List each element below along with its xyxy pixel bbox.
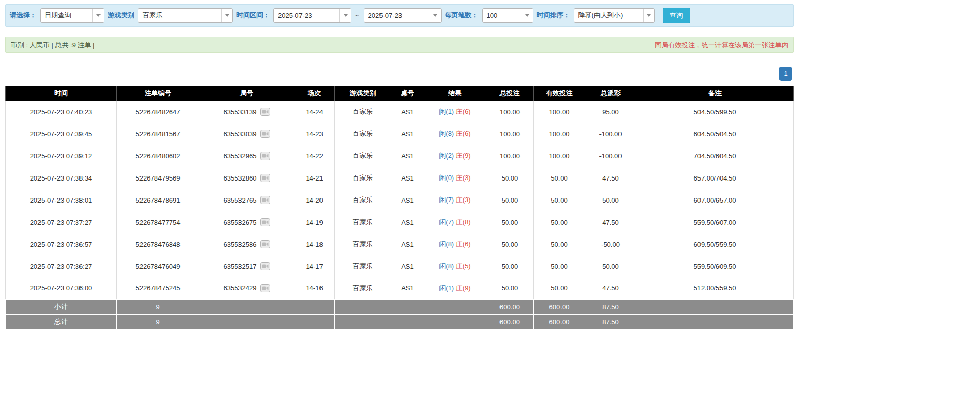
page-1-button[interactable]: 1 <box>779 67 792 81</box>
video-replay-icon[interactable] <box>260 196 270 204</box>
cell-valid-bet: 50.00 <box>534 255 585 277</box>
query-type-dropdown[interactable]: 日期查询 <box>40 8 104 23</box>
table-row: 2025-07-23 07:36:57 522678476848 6355325… <box>6 233 794 255</box>
cell-time: 2025-07-23 07:36:27 <box>6 255 117 277</box>
cell-total-bet[interactable]: 50.00 <box>486 167 534 189</box>
result-player: 闲(1) <box>439 284 454 292</box>
cell-session: 14-24 <box>294 101 335 123</box>
col-session: 场次 <box>294 86 335 101</box>
filter-select-label: 请选择： <box>10 11 36 20</box>
cell-total-bet[interactable]: 100.00 <box>486 123 534 145</box>
cell-time: 2025-07-23 07:36:57 <box>6 233 117 255</box>
cell-game: 百家乐 <box>335 277 391 300</box>
video-replay-icon[interactable] <box>260 218 270 226</box>
round-number: 635532765 <box>223 196 256 204</box>
cell-round: 635533039 <box>199 123 294 145</box>
time-sort-value: 降幂(由大到小) <box>574 11 643 20</box>
video-replay-icon[interactable] <box>260 108 270 116</box>
cell-total-bet[interactable]: 50.00 <box>486 255 534 277</box>
cell-valid-bet: 50.00 <box>534 233 585 255</box>
video-replay-icon[interactable] <box>260 284 270 292</box>
cell-payout: 47.50 <box>585 277 636 300</box>
query-button[interactable]: 查询 <box>663 8 690 23</box>
result-player: 闲(2) <box>439 152 454 160</box>
cell-remark: 512.00/559.50 <box>636 277 794 300</box>
round-number: 635532517 <box>223 263 256 270</box>
pagination: 1 <box>5 67 794 81</box>
cell-game: 百家乐 <box>335 167 391 189</box>
cell-game: 百家乐 <box>335 101 391 123</box>
filter-sort-label: 时间排序： <box>537 11 570 20</box>
cell-total-bet[interactable]: 100.00 <box>486 145 534 167</box>
result-banker: 庄(8) <box>456 218 471 226</box>
cell-bet-id: 522678479569 <box>117 167 199 189</box>
cell-remark: 604.50/504.50 <box>636 123 794 145</box>
cell-time: 2025-07-23 07:38:34 <box>6 167 117 189</box>
col-game: 游戏类别 <box>335 86 391 101</box>
subtotal-count: 9 <box>117 300 199 314</box>
cell-bet-id: 522678480602 <box>117 145 199 167</box>
video-replay-icon[interactable] <box>260 240 270 248</box>
date-from-picker[interactable]: 2025-07-23 <box>273 8 351 23</box>
chevron-down-icon <box>430 9 441 22</box>
cell-remark: 704.50/604.50 <box>636 145 794 167</box>
cell-round: 635532517 <box>199 255 294 277</box>
cell-time: 2025-07-23 07:38:01 <box>6 189 117 211</box>
cell-session: 14-16 <box>294 277 335 300</box>
result-player: 闲(8) <box>439 262 454 270</box>
chevron-down-icon <box>643 9 654 22</box>
cell-total-bet[interactable]: 50.00 <box>486 233 534 255</box>
table-row: 2025-07-23 07:38:34 522678479569 6355328… <box>6 167 794 189</box>
cell-valid-bet: 50.00 <box>534 277 585 300</box>
cell-round: 635532765 <box>199 189 294 211</box>
cell-remark: 504.50/599.50 <box>636 101 794 123</box>
cell-total-bet[interactable]: 100.00 <box>486 101 534 123</box>
cell-valid-bet: 50.00 <box>534 167 585 189</box>
filter-bar: 请选择： 日期查询 游戏类别 百家乐 时间区间： 2025-07-23 ~ 20… <box>5 4 794 27</box>
cell-game: 百家乐 <box>335 255 391 277</box>
cell-table: AS1 <box>391 101 424 123</box>
filter-range-label: 时间区间： <box>236 11 270 20</box>
grand-total-payout: 87.50 <box>585 314 636 329</box>
date-to-picker[interactable]: 2025-07-23 <box>364 8 442 23</box>
cell-game: 百家乐 <box>335 145 391 167</box>
query-type-value: 日期查询 <box>41 11 92 20</box>
result-player: 闲(0) <box>439 174 454 182</box>
col-remark: 备注 <box>636 86 794 101</box>
cell-session: 14-21 <box>294 167 335 189</box>
cell-total-bet[interactable]: 50.00 <box>486 277 534 300</box>
round-number: 635532586 <box>223 241 256 248</box>
per-page-dropdown[interactable]: 100 <box>482 8 533 23</box>
cell-result: 闲(7) 庄(3) <box>424 189 486 211</box>
table-row: 2025-07-23 07:39:45 522678481567 6355330… <box>6 123 794 145</box>
grand-total-row: 总计 9 600.00 600.00 87.50 <box>6 314 794 329</box>
cell-remark: 657.00/704.50 <box>636 167 794 189</box>
cell-payout: 47.50 <box>585 211 636 233</box>
cell-remark: 607.00/657.00 <box>636 189 794 211</box>
video-replay-icon[interactable] <box>260 152 270 160</box>
result-banker: 庄(9) <box>456 284 471 292</box>
table-row: 2025-07-23 07:36:00 522678475245 6355324… <box>6 277 794 300</box>
cell-game: 百家乐 <box>335 189 391 211</box>
cell-table: AS1 <box>391 123 424 145</box>
cell-total-bet[interactable]: 50.00 <box>486 189 534 211</box>
time-sort-dropdown[interactable]: 降幂(由大到小) <box>574 8 655 23</box>
video-replay-icon[interactable] <box>260 262 270 270</box>
cell-total-bet[interactable]: 50.00 <box>486 211 534 233</box>
cell-result: 闲(8) 庄(6) <box>424 233 486 255</box>
video-replay-icon[interactable] <box>260 130 270 138</box>
cell-round: 635532675 <box>199 211 294 233</box>
cell-table: AS1 <box>391 189 424 211</box>
cell-session: 14-18 <box>294 233 335 255</box>
video-replay-icon[interactable] <box>260 174 270 182</box>
cell-payout: -100.00 <box>585 145 636 167</box>
result-banker: 庄(6) <box>456 240 471 248</box>
cell-game: 百家乐 <box>335 211 391 233</box>
cell-table: AS1 <box>391 233 424 255</box>
cell-table: AS1 <box>391 167 424 189</box>
cell-bet-id: 522678481567 <box>117 123 199 145</box>
result-player: 闲(7) <box>439 196 454 204</box>
per-page-value: 100 <box>483 12 522 19</box>
game-type-dropdown[interactable]: 百家乐 <box>138 8 233 23</box>
cell-valid-bet: 100.00 <box>534 101 585 123</box>
